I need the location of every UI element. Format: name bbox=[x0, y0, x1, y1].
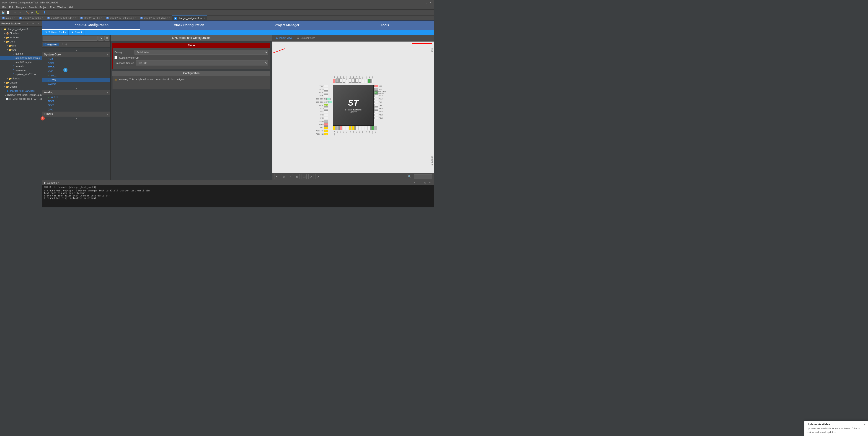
toolbar-fwd[interactable]: → bbox=[18, 10, 23, 15]
search-select[interactable] bbox=[98, 36, 103, 40]
scroll-up-arrow[interactable]: ▲ bbox=[42, 48, 110, 52]
tab-close-it[interactable]: × bbox=[101, 17, 102, 19]
fit-view-button[interactable]: ⊡ bbox=[281, 174, 286, 179]
cat-adc3[interactable]: ADC3 bbox=[42, 104, 110, 108]
cat-nvic[interactable]: NVIC bbox=[42, 69, 110, 74]
toolbar-run[interactable]: ▶ bbox=[30, 10, 35, 15]
scroll-down-arrow[interactable]: ▼ bbox=[42, 117, 110, 120]
toolbar-debug[interactable]: 🐛 bbox=[35, 10, 40, 15]
cat-gpio[interactable]: GPIO bbox=[42, 61, 110, 65]
tab-close-ioc[interactable]: × bbox=[204, 17, 205, 20]
scroll-mid-arrow[interactable]: ▲ bbox=[42, 86, 110, 90]
tree-arrow-drivers[interactable]: ▶ bbox=[3, 81, 6, 84]
filter-az[interactable]: A->Z bbox=[60, 43, 69, 46]
menu-help[interactable]: Help bbox=[68, 6, 76, 9]
tree-item-syscalls[interactable]: ▶ C syscalls.c bbox=[0, 64, 42, 68]
pin-search-input[interactable] bbox=[414, 174, 432, 179]
tab-dma[interactable]: C stm32f1xx_hal_dma.c × bbox=[138, 16, 172, 21]
cat-adc1[interactable]: ADC1 bbox=[42, 95, 110, 99]
menu-window[interactable]: Window bbox=[56, 6, 67, 9]
cat-adc2[interactable]: ADC2 bbox=[42, 99, 110, 104]
tab-close-main-c[interactable]: × bbox=[14, 17, 15, 19]
menu-navigate[interactable]: Navigate bbox=[15, 6, 27, 9]
cat-sys[interactable]: ✓ SYS bbox=[42, 78, 110, 82]
tree-item-debug[interactable]: ▶ 📂 Debug bbox=[0, 85, 42, 89]
sidebar-collapse-all[interactable]: ⬆ bbox=[26, 21, 30, 26]
timebase-select[interactable]: SysTick bbox=[136, 60, 268, 65]
sidebar-link-editor[interactable]: ↔ bbox=[31, 21, 35, 26]
tree-arrow-debug[interactable]: ▶ bbox=[3, 85, 6, 88]
search-pin-button[interactable]: 🔍 bbox=[407, 174, 412, 179]
cat-rcc[interactable]: RCC bbox=[42, 74, 110, 78]
tab-close-msp[interactable]: × bbox=[135, 17, 136, 19]
timers-expand[interactable]: ▼ bbox=[106, 113, 108, 115]
menu-file[interactable]: File bbox=[1, 6, 8, 9]
tree-arrow-startup[interactable]: ▶ bbox=[6, 77, 9, 80]
nav-project-manager[interactable]: Project Manager bbox=[238, 21, 336, 30]
tree-arrow-binaries[interactable]: ▶ bbox=[3, 32, 6, 35]
toolbar-new[interactable]: 📄 bbox=[6, 10, 10, 15]
tab-msp[interactable]: C stm32f1xx_hal_msp.c × bbox=[104, 16, 138, 21]
tree-item-ioc[interactable]: ▶ ◆ charger_test_uart3.ioc bbox=[0, 89, 42, 93]
category-system-core[interactable]: System Core ▼ bbox=[42, 52, 110, 57]
tree-item-core[interactable]: ▼ 📂 Core bbox=[0, 39, 42, 43]
tree-item-ld[interactable]: ▶ 📄 STM32F103RETX_FLASH.ld bbox=[0, 97, 42, 101]
tab-it[interactable]: C stm32f1xx_it.c × bbox=[79, 16, 104, 21]
console-menu[interactable]: ≡ bbox=[428, 180, 432, 185]
sub-tb-pinout[interactable]: ▼ Pinout bbox=[69, 30, 85, 35]
toolbar-build[interactable]: 🔨 bbox=[25, 10, 30, 15]
category-timers[interactable]: Timers ▼ bbox=[42, 112, 110, 117]
flip-button[interactable]: ⇄ bbox=[308, 174, 313, 179]
tree-item-sysmem[interactable]: ▶ C sysmem.c bbox=[0, 68, 42, 72]
menu-search[interactable]: Search bbox=[27, 6, 38, 9]
maximize-button[interactable]: □ bbox=[425, 1, 428, 4]
tab-pinout-view[interactable]: ⊞ Pinout view bbox=[274, 36, 293, 40]
tree-item-binaries[interactable]: ▶ 📦 Binaries bbox=[0, 31, 42, 35]
search-input[interactable] bbox=[43, 36, 98, 40]
tree-item-drivers[interactable]: ▶ 📂 Drivers bbox=[0, 81, 42, 85]
zoom-in-button[interactable]: + bbox=[274, 174, 279, 179]
filter-categories[interactable]: Categories bbox=[43, 43, 59, 46]
rotate-button[interactable]: ⟳ bbox=[315, 174, 320, 179]
view-3d-button[interactable]: ◫ bbox=[302, 174, 307, 179]
tree-arrow-src[interactable]: ▼ bbox=[6, 48, 9, 51]
tree-item-inc[interactable]: ▶ 📂 Inc bbox=[0, 43, 42, 48]
tree-item-hal-msp[interactable]: ▶ C stm32f1xx_hal_msp.c bbox=[0, 56, 42, 60]
toolbar-back[interactable]: ← bbox=[13, 10, 18, 15]
tree-arrow-root[interactable]: ▼ bbox=[0, 28, 3, 31]
tab-hal[interactable]: C stm32f1xx_hal.c × bbox=[17, 16, 45, 21]
wake-checkbox[interactable] bbox=[115, 56, 117, 59]
toolbar-info[interactable]: ℹ bbox=[42, 10, 47, 15]
menu-run[interactable]: Run bbox=[49, 6, 56, 9]
minimize-button[interactable]: — bbox=[421, 1, 424, 4]
tree-arrow-inc[interactable]: ▶ bbox=[6, 44, 9, 47]
toolbar-save[interactable]: 💾 bbox=[1, 10, 5, 15]
cat-iwdg[interactable]: IWDG bbox=[42, 65, 110, 69]
nav-clock[interactable]: Clock Configuration bbox=[140, 21, 238, 30]
tree-item-includes[interactable]: ▶ 📂 Includes bbox=[0, 35, 42, 39]
tree-item-main-c[interactable]: ▶ C main.c bbox=[0, 52, 42, 56]
tab-system-view[interactable]: ☰ System view bbox=[296, 36, 316, 40]
system-core-expand[interactable]: ▼ bbox=[106, 53, 108, 56]
analog-expand[interactable]: ▼ bbox=[106, 91, 108, 94]
nav-tools[interactable]: Tools bbox=[336, 21, 434, 30]
tree-item-system[interactable]: ▶ C system_stm32f1xx.c bbox=[0, 72, 42, 77]
zoom-reset-button[interactable]: ⊞ bbox=[295, 174, 300, 179]
tab-hal-adc[interactable]: C stm32f1xx_hal_adc.c × bbox=[45, 16, 79, 21]
tree-arrow-includes[interactable]: ▶ bbox=[3, 36, 6, 39]
zoom-out-button[interactable]: − bbox=[288, 174, 293, 179]
cat-wwdg[interactable]: WWDG bbox=[42, 82, 110, 86]
search-gear-button[interactable]: ⚙ bbox=[104, 36, 110, 40]
sidebar-menu[interactable]: ≡ bbox=[36, 21, 40, 26]
tree-item-it-c[interactable]: ▶ C stm32f1xx_it.c bbox=[0, 60, 42, 64]
debug-select[interactable]: Serial Wire JTAG No Debug bbox=[134, 50, 268, 55]
cat-dma[interactable]: DMA bbox=[42, 57, 110, 61]
console-tab-label[interactable]: Console bbox=[47, 181, 57, 184]
menu-project[interactable]: Project bbox=[38, 6, 49, 9]
cat-dac[interactable]: DAC bbox=[42, 108, 110, 112]
tab-close-hal-adc[interactable]: × bbox=[75, 17, 76, 19]
menu-edit[interactable]: Edit bbox=[8, 6, 15, 9]
tab-close-dma[interactable]: × bbox=[169, 17, 170, 19]
close-button[interactable]: ✕ bbox=[429, 1, 432, 4]
tab-main-c[interactable]: C main.c × bbox=[0, 16, 17, 21]
